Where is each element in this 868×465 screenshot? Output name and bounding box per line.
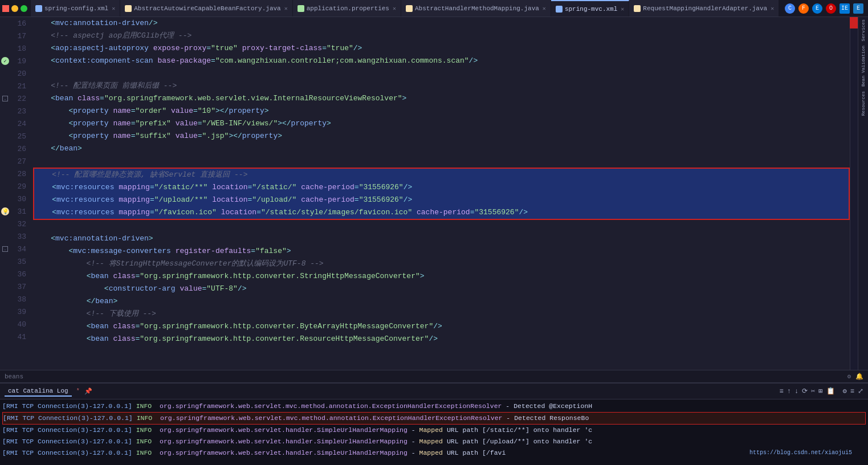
log-line: [RMI TCP Connection(3)-127.0.0.1] INFO o… — [2, 425, 866, 436]
services-panel-label[interactable]: Services — [861, 17, 866, 43]
props-file-icon — [298, 5, 304, 12]
notifications-icon[interactable]: 🔔 — [855, 373, 863, 380]
gutter-line: 28 — [0, 168, 28, 180]
gutter-line: 40 — [0, 318, 28, 331]
gutter-line: 18 — [0, 42, 28, 55]
log-line: [RMI TCP Connection(3)-127.0.0.1] INFO o… — [2, 436, 866, 447]
maximize-window-button[interactable] — [21, 5, 27, 12]
code-line-27 — [33, 155, 850, 168]
code-line-30: <mvc:resources mapping="/upload/**" loca… — [34, 194, 849, 206]
scope-indicator: beans — [5, 373, 23, 380]
console-toolbar-icon7[interactable]: 📋 — [826, 387, 835, 395]
gutter-line: 30 — [0, 193, 28, 205]
java-file-icon — [634, 5, 641, 12]
gutter-line: 36 — [0, 268, 28, 280]
url-hint: https://blog.csdn.net/xiaojui5 — [747, 447, 854, 459]
tab-close-button[interactable]: ✕ — [112, 5, 115, 12]
close-window-button[interactable] — [2, 5, 9, 12]
code-line-35: <!-- 将StringHttpMessageConverter的默认编码设为U… — [33, 258, 850, 270]
code-line-21: <!-- 配置结果页面 前缀和后缀 --> — [33, 80, 850, 92]
edge2-icon[interactable]: E — [853, 3, 863, 14]
java-file-icon — [125, 5, 132, 12]
code-line-38: </bean> — [33, 295, 850, 308]
code-line-24: <property name="prefix" value="/WEB-INF/… — [33, 117, 850, 130]
tab-bar: spring-config.xml ✕ AbstractAutowireCapa… — [0, 0, 868, 17]
code-line-22: <bean class="org.springframework.web.ser… — [33, 92, 850, 105]
console-toolbar-icon1[interactable]: ≡ — [779, 388, 783, 395]
bulb-icon[interactable]: 💡 — [1, 207, 9, 215]
tab-spring-config[interactable]: spring-config.xml ✕ — [31, 0, 120, 17]
tab-application-properties[interactable]: application.properties ✕ — [293, 0, 401, 17]
code-line-26: </bean> — [33, 142, 850, 155]
fold-icon[interactable]: - — [1, 95, 9, 103]
console-toolbar-icon2[interactable]: ↑ — [787, 388, 791, 395]
fold-icon[interactable]: - — [1, 245, 9, 253]
tab-abstract-autowire[interactable]: AbstractAutowireCapableBeanFactory.java … — [120, 0, 292, 17]
console-toolbar-icon6[interactable]: ⊞ — [818, 387, 822, 395]
code-line-32 — [33, 220, 850, 232]
console-list-icon[interactable]: ≡ — [850, 388, 854, 395]
log-line: [RMI TCP Connection(3)-127.0.0.1] INFO o… — [2, 401, 866, 412]
code-line-31: <mvc:resources mapping="/favicon.ico" lo… — [34, 206, 849, 219]
gutter-line: 17 — [0, 30, 28, 42]
code-line-34: <mvc:message-converters register-default… — [33, 245, 850, 258]
right-panel: Services Bean Validation Resources — [858, 17, 868, 370]
edge-icon[interactable]: E — [812, 3, 822, 14]
chrome-icon[interactable]: C — [785, 3, 795, 14]
console-toolbar-icon4[interactable]: ⟳ — [802, 387, 808, 395]
editor-status-bar: beans ⚙ 🔔 — [0, 370, 868, 382]
console-settings-icon[interactable]: ⚙ — [843, 387, 847, 395]
mapped-text: Mapped — [419, 425, 443, 436]
code-line-17: <!-- aspectj aop启用CGlib代理 --> — [33, 30, 850, 42]
tab-close-button[interactable]: ✕ — [393, 5, 396, 12]
code-line-36: <bean class="org.springframework.http.co… — [33, 270, 850, 283]
gutter-line: 22 - — [0, 92, 28, 105]
gutter-line: 38 — [0, 293, 28, 305]
xml-file-icon — [35, 5, 42, 12]
gutter-line: 41 — [0, 331, 28, 343]
tab-abstract-handler[interactable]: AbstractHandlerMethodMapping.java ✕ — [401, 0, 551, 17]
code-editor[interactable]: <mvc:annotation-driven/> <!-- aspectj ao… — [28, 17, 850, 370]
code-line-23: <property name="order" value="10"></prop… — [33, 105, 850, 117]
code-line-39: <!-- 下载使用 --> — [33, 308, 850, 320]
bean-panel-label[interactable]: Bean Validation — [861, 43, 866, 89]
console-toolbar-icon3[interactable]: ↓ — [794, 388, 798, 395]
gutter-line: 39 — [0, 305, 28, 318]
gutter-line: 33 — [0, 230, 28, 243]
resources-panel-label[interactable]: Resources — [861, 89, 866, 118]
console-tab-catalina[interactable]: cat Catalina Log — [5, 386, 72, 397]
code-line-37: <constructor-arg value="UTF-8"/> — [33, 283, 850, 295]
tab-spring-mvc[interactable]: spring-mvc.xml ✕ — [551, 0, 629, 17]
tab-close-button[interactable]: ✕ — [284, 5, 288, 12]
gutter-line: 31 💡 — [0, 205, 28, 218]
log-line-highlighted: [RMI TCP Connection(3)-127.0.0.1] INFO o… — [2, 412, 866, 425]
inspection-icon: ✓ — [1, 57, 9, 65]
tab-close-button[interactable]: ✕ — [543, 5, 546, 12]
firefox-icon[interactable]: F — [798, 3, 809, 14]
pin-icon[interactable]: 📌 — [84, 388, 92, 395]
tab-request-mapping[interactable]: RequestMappingHandlerAdapter.java ✕ — [629, 0, 779, 17]
ie-icon[interactable]: IE — [840, 3, 850, 14]
console-panel: cat Catalina Log * 📌 ≡ ↑ ↓ ⟳ ✂ ⊞ 📋 ⚙ ≡ ⤢ — [0, 382, 868, 465]
console-toolbar-icon5[interactable]: ✂ — [811, 387, 815, 395]
gutter-line: 37 — [0, 280, 28, 293]
gutter-line: 35 — [0, 255, 28, 268]
scrollbar[interactable] — [850, 17, 858, 370]
gutter-line: 20 — [0, 67, 28, 80]
gutter-line: 25 — [0, 130, 28, 142]
opera-icon[interactable]: O — [826, 3, 836, 14]
gutter-line: 21 — [0, 80, 28, 92]
code-line-40: <bean class="org.springframework.http.co… — [33, 320, 850, 333]
tab-close-button[interactable]: ✕ — [621, 6, 624, 13]
console-output: [RMI TCP Connection(3)-127.0.0.1] INFO o… — [0, 399, 868, 465]
code-line-41: <bean class="org.springframework.http.co… — [33, 333, 850, 345]
gutter-line: 32 — [0, 218, 28, 230]
console-expand-icon[interactable]: ⤢ — [858, 387, 863, 395]
code-line-20 — [33, 67, 850, 80]
code-line-29: <mvc:resources mapping="/static/**" loca… — [34, 181, 849, 194]
minimize-window-button[interactable] — [11, 5, 18, 12]
settings-icon[interactable]: ⚙ — [847, 373, 851, 380]
gutter: 16 17 18 19 ✓ 20 21 22 - 23 — [0, 17, 28, 370]
xml-file-icon — [556, 6, 563, 13]
tab-close-button[interactable]: ✕ — [771, 5, 774, 12]
